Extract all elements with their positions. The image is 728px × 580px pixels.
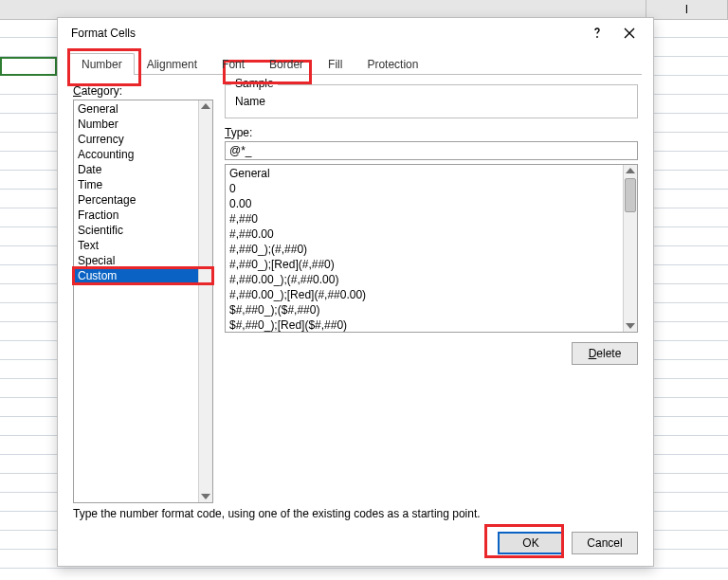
scroll-up-icon [201, 103, 210, 109]
tab-font[interactable]: Font [209, 53, 257, 75]
category-item[interactable]: Special [74, 253, 198, 268]
category-item[interactable]: Percentage [74, 192, 198, 208]
category-label: Category: [73, 84, 213, 98]
tab-alignment[interactable]: Alignment [135, 53, 209, 75]
help-button[interactable] [581, 20, 613, 46]
format-list-scrollbar[interactable] [623, 165, 637, 332]
svg-point-0 [596, 36, 598, 38]
type-input[interactable] [225, 141, 638, 160]
dialog-title: Format Cells [71, 27, 581, 40]
category-item[interactable]: Text [74, 238, 198, 253]
scroll-up-icon [626, 168, 635, 173]
format-code-item[interactable]: #,##0_);(#,##0) [226, 242, 623, 257]
format-code-item[interactable]: #,##0.00_);[Red](#,##0.00) [226, 287, 623, 302]
scroll-thumb[interactable] [625, 178, 636, 212]
format-code-item[interactable]: #,##0.00 [226, 227, 623, 242]
format-code-item[interactable]: $#,##0_);($#,##0) [226, 302, 623, 317]
type-label: Type: [225, 126, 638, 139]
category-item[interactable]: Scientific [74, 223, 198, 238]
cancel-button[interactable]: Cancel [572, 532, 638, 554]
category-item-selected[interactable]: Custom [74, 268, 198, 283]
delete-button[interactable]: Delete [572, 342, 638, 365]
category-list[interactable]: General Number Currency Accounting Date … [73, 100, 213, 503]
tab-number[interactable]: Number [69, 53, 135, 75]
sample-value: Name [233, 89, 629, 108]
close-icon [624, 27, 635, 39]
ok-button[interactable]: OK [498, 532, 564, 554]
format-code-item[interactable]: $#,##0_);[Red]($#,##0) [226, 317, 623, 332]
category-item[interactable]: Number [74, 117, 198, 132]
format-code-item[interactable]: #,##0_);[Red](#,##0) [226, 257, 623, 272]
format-code-list[interactable]: General 0 0.00 #,##0 #,##0.00 #,##0_);(#… [225, 164, 638, 333]
category-item[interactable]: Currency [74, 132, 198, 147]
format-code-item[interactable]: 0 [226, 181, 623, 196]
category-item[interactable]: General [74, 101, 198, 117]
scroll-down-icon [626, 323, 635, 329]
selected-cell[interactable] [0, 57, 57, 76]
format-code-item[interactable]: General [226, 166, 623, 181]
category-item[interactable]: Accounting [74, 147, 198, 162]
tab-strip: Number Alignment Font Border Fill Protec… [58, 48, 653, 75]
tab-border[interactable]: Border [257, 53, 316, 75]
tab-label: Number [82, 58, 122, 71]
sample-title: Sample [231, 77, 278, 90]
category-item[interactable]: Date [74, 162, 198, 177]
tab-protection[interactable]: Protection [355, 53, 430, 75]
description-text: Type the number format code, using one o… [58, 507, 653, 520]
sample-group: Sample Name [225, 84, 638, 118]
tab-fill[interactable]: Fill [316, 53, 355, 75]
question-icon [592, 27, 602, 40]
close-button[interactable] [613, 20, 646, 46]
format-code-item[interactable]: #,##0.00_);(#,##0.00) [226, 272, 623, 287]
category-item[interactable]: Time [74, 177, 198, 192]
category-scrollbar[interactable] [198, 100, 212, 502]
format-code-item[interactable]: #,##0 [226, 211, 623, 227]
category-item[interactable]: Fraction [74, 208, 198, 223]
format-cells-dialog: Format Cells Number Alignment Font Borde… [57, 17, 654, 567]
scroll-down-icon [201, 494, 210, 499]
column-header-I[interactable]: I [646, 0, 728, 19]
format-code-item[interactable]: 0.00 [226, 196, 623, 211]
